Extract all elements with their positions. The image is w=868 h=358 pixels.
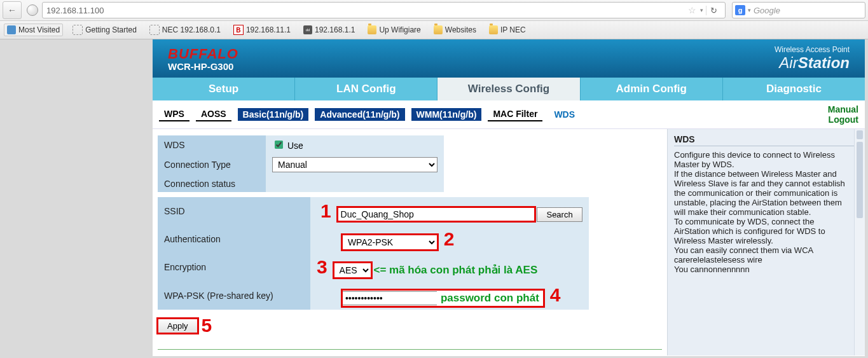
form-area: WDS Use Connection Type Manual Conn — [153, 129, 667, 356]
bookmark-most-visited[interactable]: Most Visited — [4, 24, 63, 36]
annotation-3: 3 — [313, 256, 331, 277]
bookmark-getting-started[interactable]: Getting Started — [69, 23, 140, 37]
wds-basic-table: WDS Use Connection Type Manual Conn — [158, 135, 444, 192]
airstation-logo: AirStation — [775, 54, 850, 72]
admin-panel: BUFFALO WCR-HP-G300 Wireless Access Poin… — [153, 39, 865, 356]
sub-tabs: WPS AOSS Basic(11n/g/b) Advanced(11n/g/b… — [153, 100, 865, 129]
tab-admin-config[interactable]: Admin Config — [581, 78, 723, 100]
bookmark-nec[interactable]: NEC 192.168.0.1 — [146, 23, 224, 37]
link-logout[interactable]: Logout — [829, 114, 858, 125]
back-button[interactable]: ← — [3, 1, 22, 19]
annotation-4: 4 — [546, 284, 565, 305]
bookmark-websites[interactable]: Websites — [431, 24, 479, 36]
enc-select[interactable]: AES — [334, 263, 371, 278]
divider — [158, 349, 662, 350]
subtab-advanced[interactable]: Advanced(11n/g/b) — [315, 108, 404, 121]
auth-select[interactable]: WPA2-PSK — [342, 235, 437, 250]
wds-wireless-table: SSID 1 Search Authentication WPA2-PSK 2 — [158, 197, 589, 310]
subtab-aoss[interactable]: AOSS — [196, 107, 231, 121]
psk-input[interactable] — [342, 291, 437, 305]
conn-status-value — [266, 176, 444, 192]
bookmark-192-168-11-1[interactable]: B192.168.11.1 — [230, 23, 294, 37]
ssid-input[interactable] — [338, 207, 535, 221]
wds-value-cell: Use — [266, 135, 444, 154]
admin-header: BUFFALO WCR-HP-G300 Wireless Access Poin… — [153, 39, 865, 78]
search-placeholder: Google — [754, 6, 780, 15]
apply-button[interactable]: Apply — [158, 319, 198, 333]
help-title: WDS — [674, 134, 858, 144]
help-panel: WDS Configure this device to connect to … — [667, 129, 865, 355]
tab-lan-config[interactable]: LAN Config — [295, 78, 437, 100]
browser-chrome: ← 192.168.11.100 ☆ ▾ ↻ g ▾ Google Most V… — [0, 0, 868, 39]
subtab-basic[interactable]: Basic(11n/g/b) — [238, 108, 309, 121]
bookmark-ip-nec[interactable]: IP NEC — [486, 24, 529, 36]
main-tabs: Setup LAN Config Wireless Config Admin C… — [153, 78, 865, 100]
page-background: BUFFALO WCR-HP-G300 Wireless Access Poin… — [0, 39, 868, 358]
conn-type-label: Connection Type — [158, 154, 266, 176]
annotation-2: 2 — [440, 228, 458, 249]
airstation-subtitle: Wireless Access Point — [775, 45, 850, 54]
psk-label: WPA-PSK (Pre-shared key) — [158, 281, 310, 310]
tab-wireless-config[interactable]: Wireless Config — [437, 78, 580, 100]
brand-logo: BUFFALO — [168, 46, 238, 62]
header-links: Manual Logout — [828, 104, 858, 125]
link-manual[interactable]: Manual — [828, 104, 858, 114]
wds-label: WDS — [158, 135, 266, 154]
globe-icon — [27, 4, 38, 16]
scrollbar[interactable] — [854, 129, 865, 355]
url-text: 192.168.11.100 — [46, 6, 684, 15]
help-body: Configure this device to connect to Wire… — [674, 150, 858, 274]
ssid-label: SSID — [158, 197, 310, 225]
google-icon: g — [735, 5, 745, 15]
annotation-1: 1 — [317, 200, 335, 221]
enc-note: <= mã hóa con phát phải là AES — [373, 264, 537, 276]
search-box[interactable]: g ▾ Google — [732, 2, 865, 18]
bookmark-star-icon[interactable]: ☆ — [688, 5, 696, 15]
enc-label: Encryption — [158, 253, 310, 281]
subtab-wps[interactable]: WPS — [159, 107, 189, 121]
addr-dropdown-icon[interactable]: ▾ — [700, 7, 703, 13]
search-button[interactable]: Search — [537, 207, 582, 222]
annotation-5: 5 — [198, 315, 216, 336]
search-engine-dropdown-icon[interactable]: ▾ — [748, 7, 751, 13]
psk-note: password con phát — [437, 290, 544, 306]
subtab-wds[interactable]: WDS — [549, 108, 580, 121]
conn-status-label: Connection status — [158, 176, 266, 192]
model-name: WCR-HP-G300 — [168, 61, 238, 72]
wds-use-checkbox[interactable] — [275, 141, 283, 149]
reload-button[interactable]: ↻ — [706, 6, 721, 15]
subtab-mac-filter[interactable]: MAC Filter — [488, 107, 542, 121]
auth-label: Authentication — [158, 225, 310, 253]
bookmark-192-168-1-1[interactable]: dd192.168.1.1 — [300, 24, 358, 36]
conn-type-select[interactable]: Manual — [272, 157, 437, 172]
tab-setup[interactable]: Setup — [153, 78, 295, 100]
subtab-wmm[interactable]: WMM(11n/g/b) — [411, 108, 482, 121]
tab-diagnostic[interactable]: Diagnostic — [723, 78, 865, 100]
address-bar[interactable]: 192.168.11.100 ☆ ▾ ↻ — [42, 2, 726, 18]
bookmark-up-wifigiare[interactable]: Up Wifigiare — [364, 24, 424, 36]
wds-use-text: Use — [287, 141, 303, 151]
bookmarks-bar: Most Visited Getting Started NEC 192.168… — [0, 20, 868, 39]
